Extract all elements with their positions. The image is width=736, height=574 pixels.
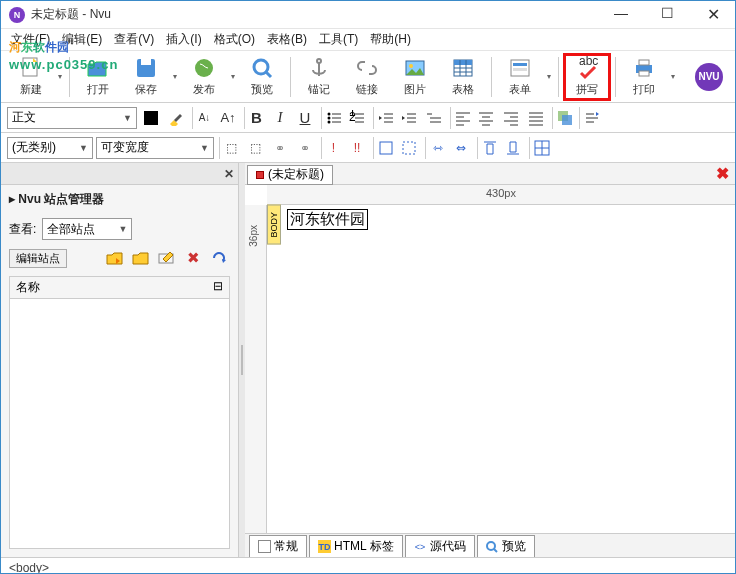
definition-icon (426, 110, 442, 126)
menu-view[interactable]: 查看(V) (108, 29, 160, 50)
delete-button[interactable]: ✖ (182, 248, 204, 268)
svg-rect-16 (639, 71, 649, 76)
svg-point-7 (409, 64, 413, 68)
menu-insert[interactable]: 插入(I) (160, 29, 207, 50)
table-icon (451, 56, 475, 80)
svg-point-5 (317, 59, 321, 63)
strong-button[interactable]: ⬚ (244, 137, 266, 159)
editor-content[interactable]: 河东软件园 (287, 209, 368, 230)
site-select[interactable]: 全部站点▼ (42, 218, 132, 240)
site-list[interactable]: 名称 ⊟ (9, 276, 230, 549)
delete-icon: ✖ (187, 249, 200, 267)
menu-tools[interactable]: 工具(T) (313, 29, 364, 50)
border1-button[interactable] (373, 137, 395, 159)
editor-canvas[interactable]: BODY 河东软件园 (267, 205, 735, 533)
border1-icon (378, 140, 394, 156)
window-title: 未定标题 - Nvu (31, 6, 607, 23)
exclaim1-button[interactable]: ! (321, 137, 343, 159)
close-button[interactable]: ✕ (699, 5, 727, 24)
link-icon (355, 56, 379, 80)
col-name[interactable]: 名称 (10, 277, 207, 298)
sidebar-close-button[interactable]: ✕ (224, 167, 234, 181)
italic-button[interactable]: I (269, 107, 291, 129)
bullet-list-button[interactable] (321, 107, 343, 129)
preview-icon (250, 56, 274, 80)
link-button[interactable]: 链接 (343, 53, 391, 101)
menu-file[interactable]: 文件(F) (5, 29, 56, 50)
tab-normal[interactable]: 常规 (249, 535, 307, 557)
publish-button[interactable]: 发布 (180, 53, 228, 101)
width-select[interactable]: 可变宽度▼ (96, 137, 214, 159)
menu-edit[interactable]: 编辑(E) (56, 29, 108, 50)
align-right-button[interactable] (500, 107, 522, 129)
bold-button[interactable]: B (244, 107, 266, 129)
outdent-button[interactable] (373, 107, 395, 129)
valign2-button[interactable] (502, 137, 524, 159)
rename-button[interactable] (156, 248, 178, 268)
menu-format[interactable]: 格式(O) (208, 29, 261, 50)
spell-button[interactable]: abc拼写 (563, 53, 611, 101)
align-justify-button[interactable] (525, 107, 547, 129)
menu-help[interactable]: 帮助(H) (364, 29, 417, 50)
body-tag-marker[interactable]: BODY (267, 205, 281, 245)
border2-icon (401, 140, 417, 156)
outdent-icon (378, 110, 394, 126)
open-button[interactable]: 打开 (74, 53, 122, 101)
valign1-button[interactable] (477, 137, 499, 159)
indent-button[interactable] (398, 107, 420, 129)
image-button[interactable]: 图片 (391, 53, 439, 101)
print-button[interactable]: 打印 (620, 53, 668, 101)
tab-source[interactable]: <>源代码 (405, 535, 475, 557)
document-close-button[interactable]: ✖ (716, 164, 729, 183)
class-select[interactable]: (无类别)▼ (7, 137, 93, 159)
number-list-button[interactable]: 12 (346, 107, 368, 129)
arrows-h-button[interactable]: ⇿ (425, 137, 447, 159)
folder-button[interactable] (130, 248, 152, 268)
refresh-button[interactable] (208, 248, 230, 268)
anchor-button[interactable]: 锚记 (295, 53, 343, 101)
underline-button[interactable]: U (294, 107, 316, 129)
definition-button[interactable] (423, 107, 445, 129)
source-tab-icon: <> (414, 540, 427, 553)
group1-button[interactable]: ⚭ (269, 137, 291, 159)
maximize-button[interactable]: ☐ (653, 5, 681, 24)
align-center-button[interactable] (475, 107, 497, 129)
td-tag-icon: TD (318, 540, 331, 553)
fontsize-dec-button[interactable]: A↓ (192, 107, 214, 129)
form-dropdown[interactable]: ▾ (544, 72, 554, 81)
border2-button[interactable] (398, 137, 420, 159)
table-ed-button[interactable] (529, 137, 551, 159)
status-path[interactable]: <body> (9, 561, 49, 575)
folder-arrow-button[interactable] (104, 248, 126, 268)
preview-button[interactable]: 预览 (238, 53, 286, 101)
ruler-horizontal: 430px (267, 185, 735, 205)
save-button[interactable]: 保存 (122, 53, 170, 101)
save-dropdown[interactable]: ▾ (170, 72, 180, 81)
print-dropdown[interactable]: ▾ (668, 72, 678, 81)
layer-button[interactable] (552, 107, 574, 129)
em-button[interactable]: ⬚ (219, 137, 241, 159)
new-button[interactable]: 新建 (7, 53, 55, 101)
exclaim2-button[interactable]: !! (346, 137, 368, 159)
nvu-logo[interactable]: NVU (695, 63, 723, 91)
paragraph-select[interactable]: 正文▼ (7, 107, 137, 129)
menu-table[interactable]: 表格(B) (261, 29, 313, 50)
publish-dropdown[interactable]: ▾ (228, 72, 238, 81)
minimize-button[interactable]: — (607, 5, 635, 24)
align-left-button[interactable] (450, 107, 472, 129)
fontsize-inc-button[interactable]: A↑ (217, 107, 239, 129)
image-icon (403, 56, 427, 80)
tab-preview[interactable]: 预览 (477, 535, 535, 557)
new-dropdown[interactable]: ▾ (55, 72, 65, 81)
tab-htmltag[interactable]: TDHTML 标签 (309, 535, 403, 557)
form-button[interactable]: 表单 (496, 53, 544, 101)
document-tab[interactable]: (未定标题) (247, 165, 333, 185)
edit-site-button[interactable]: 编辑站点 (9, 249, 67, 268)
col-end[interactable]: ⊟ (207, 277, 229, 298)
group2-button[interactable]: ⚭ (294, 137, 316, 159)
table-button[interactable]: 表格 (439, 53, 487, 101)
textcolor-button[interactable] (140, 107, 162, 129)
highlight-button[interactable] (165, 107, 187, 129)
direction-button[interactable] (579, 107, 601, 129)
arrows-h2-button[interactable]: ⇔ (450, 137, 472, 159)
